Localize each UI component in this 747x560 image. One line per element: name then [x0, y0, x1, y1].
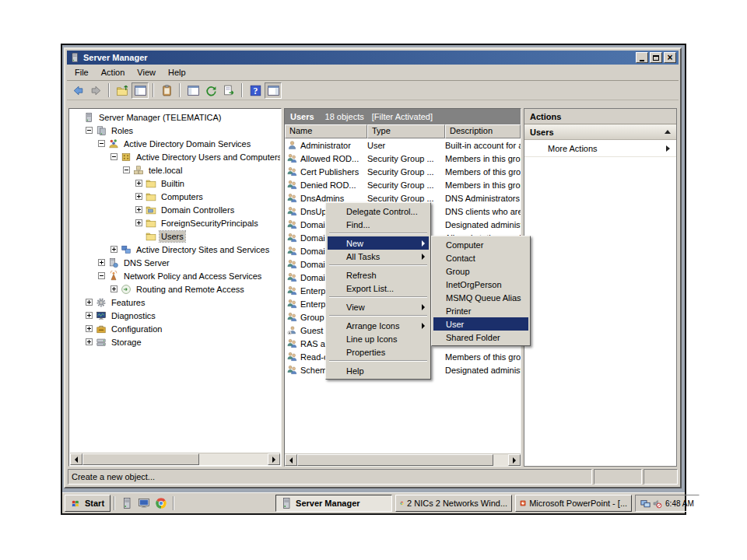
task-button-server-manager[interactable]: Server Manager [275, 495, 392, 512]
expander-icon[interactable] [110, 153, 117, 160]
menu-item-refresh[interactable]: Refresh [328, 268, 429, 282]
tree-item-label[interactable]: Active Directory Users and Computers [ [135, 152, 280, 163]
menu-item-line-up-icons[interactable]: Line up Icons [328, 332, 429, 345]
tree-item-users[interactable]: Users [70, 229, 280, 243]
maximize-button[interactable] [650, 52, 662, 63]
list-row[interactable]: AdministratorUserBuilt-in account for ad [285, 138, 521, 152]
tree-item-storage[interactable]: Storage [70, 335, 280, 348]
menu-item-contact[interactable]: Contact [433, 251, 528, 264]
expander-icon[interactable] [98, 272, 105, 279]
scroll-left-button[interactable] [285, 454, 297, 466]
tree-item-dns-server[interactable]: DNS Server [70, 256, 280, 269]
tree-item-label[interactable]: Builtin [160, 178, 186, 189]
tree-item-label[interactable]: Active Directory Domain Services [122, 138, 252, 149]
tree-item-configuration[interactable]: Configuration [70, 322, 280, 335]
menu-item-arrange-icons[interactable]: Arrange Icons [328, 319, 429, 332]
export-list-button[interactable] [220, 82, 237, 99]
tree-item-label[interactable]: Diagnostics [110, 310, 157, 321]
tree-item-label[interactable]: Features [110, 297, 146, 308]
close-button[interactable]: × [664, 52, 676, 63]
tree-item-computers[interactable]: Computers [70, 190, 280, 203]
tree-item-network-policy-and-access-services[interactable]: Network Policy and Access Services [70, 269, 280, 282]
menu-item-computer[interactable]: Computer [433, 238, 528, 251]
help-button[interactable] [247, 82, 264, 99]
tree-item-label[interactable]: Computers [160, 191, 205, 202]
tree-item-builtin[interactable]: Builtin [70, 177, 280, 190]
expander-icon[interactable] [86, 312, 93, 319]
menu-view[interactable]: View [131, 65, 162, 79]
tree-item-label[interactable]: Server Manager (TELEMATICA) [97, 112, 223, 123]
expander-icon[interactable] [86, 127, 93, 134]
expander-icon[interactable] [98, 259, 105, 266]
tree-item-active-directory-users-and-computers[interactable]: Active Directory Users and Computers [ [70, 150, 280, 163]
menu-item-printer[interactable]: Printer [433, 304, 528, 317]
menu-item-user[interactable]: User [433, 317, 528, 331]
more-actions-item[interactable]: More Actions [524, 140, 676, 157]
expander-icon[interactable] [135, 193, 142, 200]
scroll-thumb[interactable] [82, 453, 199, 465]
forward-button[interactable] [87, 82, 104, 99]
tree-item-label[interactable]: Active Directory Sites and Services [135, 244, 271, 255]
tree-item-label[interactable]: Configuration [110, 324, 163, 334]
task-button-microsoft-powerpoint[interactable]: Microsoft PowerPoint - [... [515, 495, 632, 512]
menu-file[interactable]: File [68, 65, 95, 79]
scroll-thumb[interactable] [297, 454, 493, 466]
start-button[interactable]: Start [65, 495, 110, 512]
menu-item-properties[interactable]: Properties [328, 345, 429, 359]
list-row[interactable]: Cert PublishersSecurity Group ...Members… [285, 165, 521, 178]
tree-item-label[interactable]: Network Policy and Access Services [122, 271, 263, 282]
menu-action[interactable]: Action [95, 65, 132, 79]
scroll-right-button[interactable] [508, 454, 521, 466]
tree-item-domain-controllers[interactable]: Domain Controllers [70, 203, 280, 216]
quick-launch-desktop[interactable] [135, 495, 153, 512]
menu-item-view[interactable]: View [328, 300, 429, 313]
tree-item-server-manager-telematica[interactable]: Server Manager (TELEMATICA) [70, 110, 280, 124]
tree-item-active-directory-domain-services[interactable]: Active Directory Domain Services [70, 137, 280, 150]
menu-item-inetorgperson[interactable]: InetOrgPerson [433, 278, 528, 291]
menu-help[interactable]: Help [162, 65, 192, 79]
tree-item-label[interactable]: tele.local [147, 165, 184, 176]
back-button[interactable] [69, 82, 86, 99]
expander-icon[interactable] [98, 140, 105, 147]
show-console-tree-button[interactable] [132, 82, 149, 99]
expander-icon[interactable] [86, 325, 93, 332]
tree-item-diagnostics[interactable]: Diagnostics [70, 309, 280, 322]
menu-item-new[interactable]: New [328, 236, 429, 250]
clock[interactable]: 6:48 AM [665, 499, 694, 508]
menu-item-help[interactable]: Help [328, 364, 429, 377]
menu-item-all-tasks[interactable]: All Tasks [328, 250, 429, 263]
quick-launch-chrome[interactable] [153, 495, 170, 512]
up-one-level-button[interactable] [114, 82, 131, 99]
show-action-pane-button[interactable] [265, 82, 282, 99]
tree-item-features[interactable]: Features [70, 296, 280, 309]
tree-item-label[interactable]: Routing and Remote Access [135, 284, 246, 295]
menu-item-find[interactable]: Find... [328, 218, 429, 231]
expander-icon[interactable] [110, 246, 117, 253]
expander-icon[interactable] [135, 180, 142, 187]
quick-launch-server-manager[interactable] [118, 495, 135, 512]
tree-item-tele-local[interactable]: tele.local [70, 163, 280, 177]
tree-item-label[interactable]: DNS Server [122, 257, 171, 268]
properties-button[interactable] [158, 82, 175, 99]
task-button-2-nics-2-networks-wind[interactable]: 2 NICs 2 Networks Wind... [395, 495, 512, 512]
tree-item-label[interactable]: Domain Controllers [160, 205, 236, 215]
expander-icon[interactable] [135, 206, 142, 213]
expander-icon[interactable] [86, 338, 93, 345]
list-row[interactable]: Denied ROD...Security Group ...Members i… [285, 178, 521, 191]
tree-item-foreignsecurityprincipals[interactable]: ForeignSecurityPrincipals [70, 216, 280, 229]
column-header-type[interactable]: Type [367, 124, 445, 138]
window-button[interactable] [184, 82, 202, 99]
expander-icon[interactable] [86, 299, 93, 306]
refresh-button[interactable] [202, 82, 219, 99]
tree-item-active-directory-sites-and-services[interactable]: Active Directory Sites and Services [70, 243, 280, 256]
list-row[interactable]: Allowed ROD...Security Group ...Members … [285, 152, 521, 165]
tree-horizontal-scrollbar[interactable] [70, 453, 280, 465]
tree-item-label[interactable]: ForeignSecurityPrincipals [160, 218, 260, 229]
tree-item-label[interactable]: Users [160, 231, 185, 242]
column-header-name[interactable]: Name [285, 124, 367, 138]
expander-icon[interactable] [135, 219, 142, 226]
tree-item-routing-and-remote-access[interactable]: Routing and Remote Access [70, 282, 280, 296]
scroll-left-button[interactable] [70, 453, 82, 465]
tree-item-roles[interactable]: Roles [70, 124, 280, 137]
minimize-button[interactable] [636, 52, 648, 63]
